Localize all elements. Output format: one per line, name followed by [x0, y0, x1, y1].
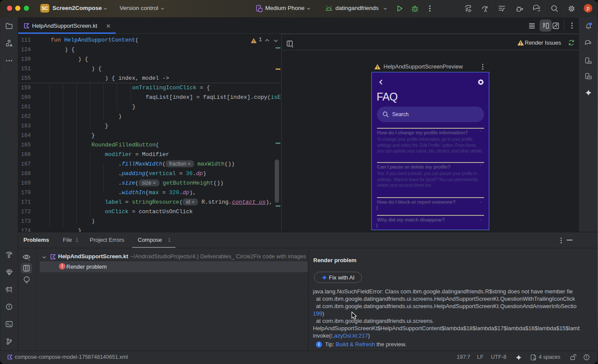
svg-text:A: A	[484, 8, 487, 13]
